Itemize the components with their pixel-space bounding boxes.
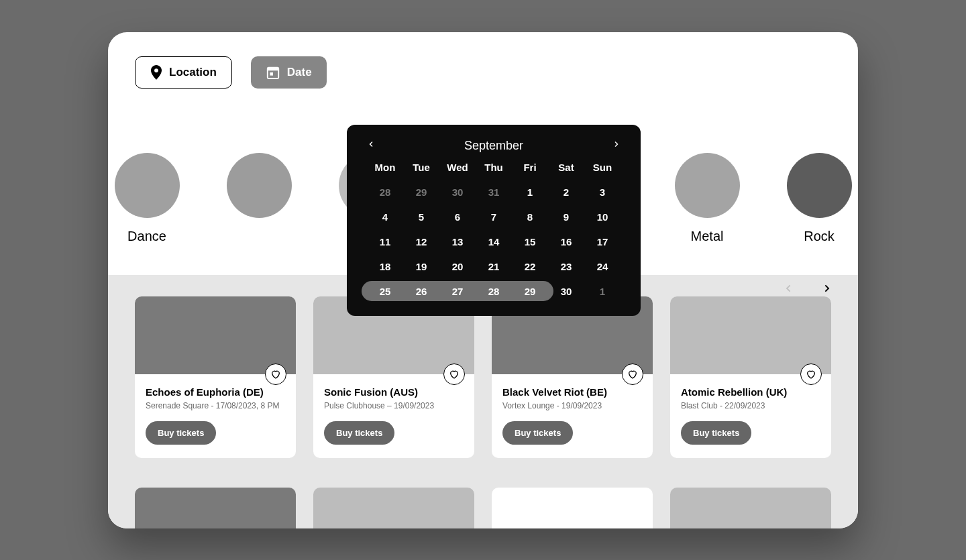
event-title: Black Velvet Riot (BE): [502, 386, 642, 398]
calendar-day[interactable]: 22: [512, 261, 548, 272]
genre-scroll-nav: [783, 280, 833, 298]
event-card[interactable]: Atomic Rebellion (UK) Blast Club - 22/09…: [670, 296, 831, 458]
event-card-image: [492, 488, 653, 528]
favorite-button[interactable]: [265, 363, 286, 385]
calendar-day[interactable]: 3: [584, 186, 621, 198]
calendar-day[interactable]: 8: [512, 211, 548, 223]
calendar-dow: Thu: [476, 162, 512, 173]
calendar-dow: Mon: [367, 162, 403, 173]
calendar-icon: [266, 65, 280, 80]
event-subtitle: Vortex Lounge - 19/09/2023: [502, 401, 642, 410]
event-card[interactable]: Sonic Fusion (AUS) Pulse Clubhouse – 19/…: [313, 296, 474, 458]
month-next-button[interactable]: [612, 138, 621, 154]
buy-tickets-button[interactable]: Buy tickets: [146, 421, 216, 445]
event-card-body: Sonic Fusion (AUS) Pulse Clubhouse – 19/…: [313, 374, 474, 458]
calendar-day[interactable]: 15: [512, 236, 548, 247]
calendar-day[interactable]: 27: [439, 286, 476, 297]
event-title: Echoes of Euphoria (DE): [146, 386, 285, 398]
event-card-placeholder: [492, 488, 653, 528]
svg-rect-2: [270, 72, 273, 76]
calendar-dow: Sun: [584, 162, 621, 173]
calendar-day[interactable]: 26: [403, 286, 439, 297]
calendar-day: 28: [367, 186, 403, 198]
calendar-dow: Wed: [439, 162, 476, 173]
event-card-body: Black Velvet Riot (BE) Vortex Lounge - 1…: [492, 374, 653, 458]
event-subtitle: Serenade Square - 17/08/2023, 8 PM: [146, 401, 285, 410]
calendar-grid: MonTueWedThuFriSatSun2829303112345678910…: [367, 162, 621, 297]
calendar-day[interactable]: 24: [584, 261, 621, 272]
calendar-day[interactable]: 21: [476, 261, 512, 272]
event-card-placeholder: [135, 488, 296, 528]
svg-rect-1: [268, 67, 279, 70]
calendar-day[interactable]: 7: [476, 211, 512, 223]
genre-label: Metal: [691, 229, 724, 244]
buy-tickets-button[interactable]: Buy tickets: [681, 421, 751, 445]
event-subtitle: Blast Club - 22/09/2023: [681, 401, 820, 410]
favorite-button[interactable]: [800, 363, 822, 385]
calendar-day[interactable]: 18: [367, 261, 403, 272]
event-card-body: Atomic Rebellion (UK) Blast Club - 22/09…: [670, 374, 831, 458]
calendar-day[interactable]: 28: [476, 286, 512, 297]
favorite-button[interactable]: [622, 363, 643, 385]
calendar-day[interactable]: 16: [548, 236, 584, 247]
calendar-day[interactable]: 23: [548, 261, 584, 272]
calendar-day[interactable]: 25: [367, 286, 403, 297]
calendar-dow: Sat: [548, 162, 584, 173]
filter-bar: Location Date: [108, 32, 858, 89]
calendar-day[interactable]: 2: [548, 186, 584, 198]
month-title: September: [464, 139, 523, 153]
calendar-day[interactable]: 5: [403, 211, 439, 223]
calendar-day[interactable]: 29: [512, 286, 548, 297]
calendar-day: 1: [584, 286, 621, 297]
event-card-image: [135, 488, 296, 528]
month-prev-button[interactable]: [367, 138, 375, 154]
event-title: Sonic Fusion (AUS): [324, 386, 464, 398]
date-filter-button[interactable]: Date: [251, 56, 327, 89]
calendar-day: 29: [403, 186, 439, 198]
calendar-day[interactable]: 4: [367, 211, 403, 223]
event-card-placeholder: [670, 488, 831, 528]
event-card-image: [670, 296, 831, 374]
event-card-row-placeholder: [135, 488, 831, 528]
calendar-day[interactable]: 13: [439, 236, 476, 247]
genre-label: Dance: [127, 229, 166, 244]
calendar-day[interactable]: 14: [476, 236, 512, 247]
calendar-day: 31: [476, 186, 512, 198]
location-filter-button[interactable]: Location: [135, 56, 232, 89]
event-card-image: [313, 488, 474, 528]
calendar-day[interactable]: 20: [439, 261, 476, 272]
event-title: Atomic Rebellion (UK): [681, 386, 820, 398]
calendar-day[interactable]: 10: [584, 211, 621, 223]
event-card-row: Echoes of Euphoria (DE) Serenade Square …: [135, 296, 831, 458]
event-card-image: [670, 488, 831, 528]
app-board: Location Date Genress Dance K-Pop Metal …: [108, 32, 858, 528]
genre-label: Rock: [804, 229, 835, 244]
calendar-day[interactable]: 17: [584, 236, 621, 247]
calendar-day[interactable]: 12: [403, 236, 439, 247]
calendar-day: 30: [439, 186, 476, 198]
calendar-dow: Fri: [512, 162, 548, 173]
location-filter-label: Location: [169, 66, 217, 79]
event-card[interactable]: Black Velvet Riot (BE) Vortex Lounge - 1…: [492, 296, 653, 458]
favorite-button[interactable]: [443, 363, 465, 385]
buy-tickets-button[interactable]: Buy tickets: [324, 421, 394, 445]
calendar-day[interactable]: 19: [403, 261, 439, 272]
calendar-day[interactable]: 6: [439, 211, 476, 223]
event-card-body: Echoes of Euphoria (DE) Serenade Square …: [135, 374, 296, 458]
event-subtitle: Pulse Clubhouse – 19/09/2023: [324, 401, 464, 410]
event-card-image: [135, 296, 296, 374]
buy-tickets-button[interactable]: Buy tickets: [502, 421, 573, 445]
calendar-day[interactable]: 9: [548, 211, 584, 223]
location-pin-icon: [150, 65, 162, 80]
calendar-day[interactable]: 11: [367, 236, 403, 247]
calendar-day[interactable]: 30: [548, 286, 584, 297]
calendar-day[interactable]: 1: [512, 186, 548, 198]
date-picker-popover: September MonTueWedThuFriSatSun282930311…: [347, 125, 641, 316]
scroll-next-icon[interactable]: [822, 280, 833, 298]
date-filter-label: Date: [287, 66, 312, 79]
event-card[interactable]: Echoes of Euphoria (DE) Serenade Square …: [135, 296, 296, 458]
event-card-placeholder: [313, 488, 474, 528]
scroll-prev-icon[interactable]: [783, 280, 794, 298]
calendar-dow: Tue: [403, 162, 439, 173]
